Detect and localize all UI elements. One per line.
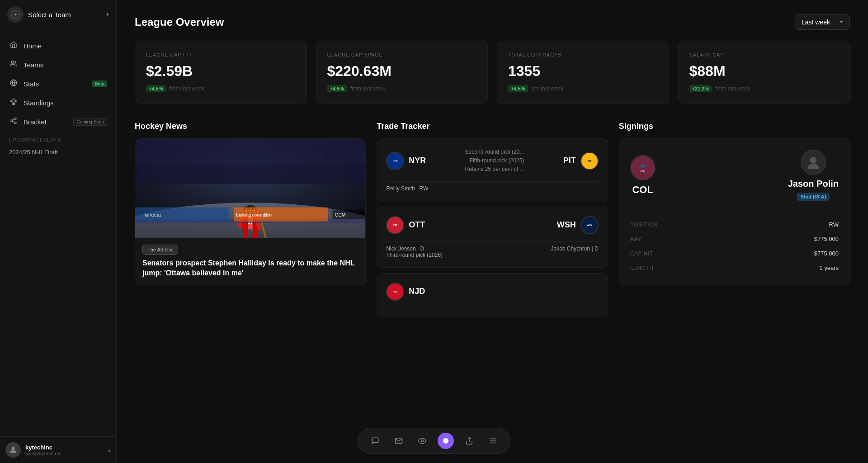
player-avatar xyxy=(801,150,826,175)
toolbar-share-button[interactable] xyxy=(461,433,477,449)
nyr-badge: NYR xyxy=(386,152,404,170)
svg-point-3 xyxy=(14,118,16,119)
sidebar-item-teams[interactable]: Teams xyxy=(4,56,113,74)
svg-point-45 xyxy=(421,440,424,442)
signing-player: Jason Polin Stnd (RFA) xyxy=(788,150,839,201)
sidebar-item-label-standings: Standings xyxy=(24,99,107,107)
upcoming-events-label: Upcoming Events xyxy=(4,132,113,145)
svg-text:OTT: OTT xyxy=(393,224,397,227)
content-row: Hockey News xyxy=(135,122,850,323)
team-abbr-nyr: NYR xyxy=(409,156,426,165)
signing-card: COL COL Jason Polin Stn xyxy=(619,138,850,286)
sidebar-event-nhl-draft[interactable]: 2024/25 NHL Draft xyxy=(4,145,113,159)
sidebar-item-standings[interactable]: Standings xyxy=(4,94,113,112)
home-icon xyxy=(9,41,18,50)
trade-tracker-title: Trade Tracker xyxy=(377,122,608,131)
svg-point-4 xyxy=(11,120,13,122)
stat-change-cap-space: +4.5% from last week xyxy=(327,85,477,92)
stat-value-contracts: 1355 xyxy=(508,63,658,80)
svg-text:NJD: NJD xyxy=(393,291,397,293)
stat-change-text-contracts: per last week xyxy=(532,85,564,92)
sidebar-item-stats[interactable]: Stats Beta xyxy=(4,75,113,93)
toolbar-eye-button[interactable] xyxy=(414,433,430,449)
signing-detail-position: Position RW xyxy=(630,217,839,232)
sidebar-footer: kytechinc kyle@kytech.ca ▴ xyxy=(0,436,116,463)
main-content: League Overview Last week Last month Las… xyxy=(117,0,868,463)
stat-change-cap-hit: +4.5% from last week xyxy=(146,85,296,92)
stat-change-text-cap-space: from last week xyxy=(350,85,385,92)
sidebar-item-label-home: Home xyxy=(24,42,107,50)
signings-title: Signings xyxy=(619,122,850,131)
svg-text:PIT: PIT xyxy=(588,160,591,162)
svg-text:NYR: NYR xyxy=(393,160,398,162)
trade-teams-1: NYR NYR Second-round pick (20... Fifth-r… xyxy=(386,148,598,174)
position-value: RW xyxy=(829,221,839,228)
length-value: 1 years xyxy=(819,265,839,271)
stat-label-salary-cap: SALARY CAP xyxy=(689,52,839,57)
sidebar-item-home[interactable]: Home xyxy=(4,37,113,55)
user-name: kytechinc xyxy=(25,444,60,451)
team-selector-label: Select a Team xyxy=(28,11,71,19)
stat-label-cap-space: LEAGUE CAP SPACE xyxy=(327,52,477,57)
coming-soon-badge: Coming Soon xyxy=(73,118,107,126)
svg-rect-8 xyxy=(135,139,365,165)
news-card[interactable]: 17 xyxy=(135,138,366,286)
stat-change-badge-salary-cap: +21.2% xyxy=(689,85,712,92)
trade-team-ott: OTT OTT xyxy=(386,216,425,234)
signing-header: COL COL Jason Polin Stn xyxy=(630,150,839,201)
pit-badge: PIT xyxy=(580,152,599,170)
wsh-badge: WSH xyxy=(580,216,599,234)
team-selector[interactable]: Select a Team ▾ xyxy=(0,0,116,29)
beta-badge: Beta xyxy=(92,80,107,87)
sidebar-item-label-teams: Teams xyxy=(24,61,107,69)
svg-text:banking done differ: banking done differ xyxy=(236,213,272,217)
toolbar-active-button[interactable] xyxy=(438,433,454,449)
aav-label: AAV xyxy=(630,236,642,242)
timeframe-select[interactable]: Last week Last month Last year xyxy=(795,14,850,30)
news-headline: Senators prospect Stephen Halliday is re… xyxy=(135,258,365,286)
svg-point-1 xyxy=(11,61,14,63)
stat-value-cap-hit: $2.59B xyxy=(146,63,296,80)
sidebar-item-bracket[interactable]: Bracket Coming Soon xyxy=(4,113,113,131)
cap-hit-value: $775,000 xyxy=(814,250,839,257)
trade-team-nyr: NYR NYR xyxy=(386,152,426,170)
stats-icon xyxy=(9,79,18,88)
stat-value-cap-space: $220.63M xyxy=(327,63,477,80)
toolbar-menu-button[interactable] xyxy=(485,433,501,449)
length-label: LENGTH xyxy=(630,265,654,271)
trade-player-nyr: Reilly Smith | RW xyxy=(386,185,428,192)
trade-card-2: OTT OTT WSH WSH xyxy=(377,207,608,268)
position-label: Position xyxy=(630,222,658,228)
standings-icon xyxy=(9,98,18,107)
user-email: kyle@kytech.ca xyxy=(25,451,60,456)
hockey-news-title: Hockey News xyxy=(135,122,366,131)
team-abbr-pit: PIT xyxy=(563,156,576,165)
stat-change-badge-cap-space: +4.5% xyxy=(327,85,347,92)
svg-text:COL: COL xyxy=(640,170,645,172)
trade-player-wsh: Jakob Chychrun | D xyxy=(551,246,598,258)
col-badge: COL xyxy=(630,155,656,180)
stat-card-cap-hit: LEAGUE CAP HIT $2.59B +4.5% from last we… xyxy=(135,41,307,104)
signing-team-abbr: COL xyxy=(632,184,653,196)
team-selector-left: Select a Team xyxy=(7,6,71,23)
stat-change-badge-contracts: +4.5% xyxy=(508,85,528,92)
team-logo xyxy=(7,6,24,23)
trade-card-3: NJD NJD xyxy=(377,273,608,317)
njd-badge: NJD xyxy=(386,283,404,301)
signing-detail-length: LENGTH 1 years xyxy=(630,261,839,275)
trade-player-ott: Nick Jensen | D Third-round pick (2026) xyxy=(386,246,443,258)
page-title: League Overview xyxy=(135,16,224,28)
player-name: Jason Polin xyxy=(788,179,839,189)
stat-card-cap-space: LEAGUE CAP SPACE $220.63M +4.5% from las… xyxy=(316,41,488,104)
toolbar-mail-button[interactable] xyxy=(391,433,407,449)
stat-change-salary-cap: +21.2% from last week xyxy=(689,85,839,92)
stat-label-cap-hit: LEAGUE CAP HIT xyxy=(146,52,296,57)
toolbar-chat-button[interactable] xyxy=(367,433,383,449)
bracket-icon xyxy=(9,117,18,126)
svg-point-6 xyxy=(12,447,15,450)
signing-detail-aav: AAV $775,000 xyxy=(630,232,839,246)
trade-detail-1: Second-round pick (20... Fifth-round pic… xyxy=(465,148,524,174)
news-source: The Athletic xyxy=(142,245,178,255)
sidebar-nav: Home Teams Stats Be xyxy=(0,29,116,436)
trade-teams-3: NJD NJD xyxy=(386,283,598,301)
